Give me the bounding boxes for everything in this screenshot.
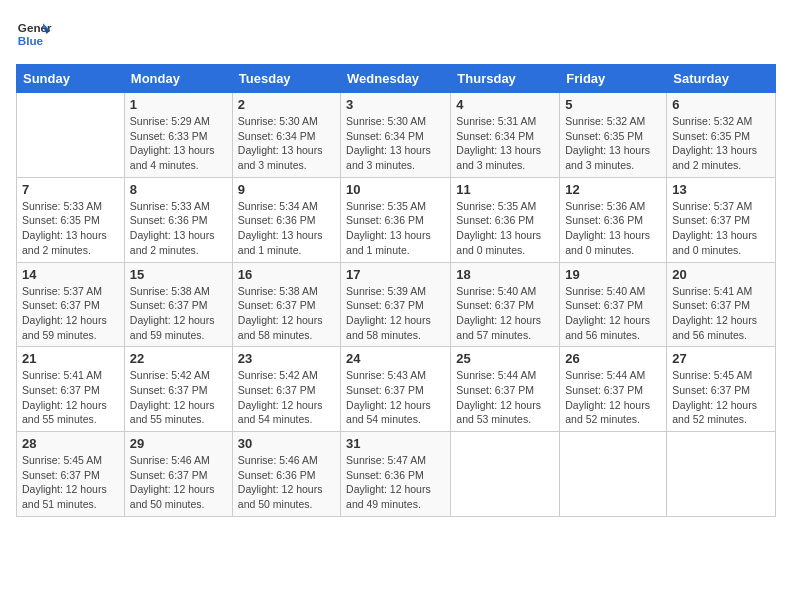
day-number: 14	[22, 267, 119, 282]
day-number: 21	[22, 351, 119, 366]
logo: General Blue	[16, 16, 52, 52]
day-info: Sunrise: 5:30 AM Sunset: 6:34 PM Dayligh…	[238, 114, 335, 173]
day-info: Sunrise: 5:35 AM Sunset: 6:36 PM Dayligh…	[346, 199, 445, 258]
calendar-cell	[451, 432, 560, 517]
day-info: Sunrise: 5:35 AM Sunset: 6:36 PM Dayligh…	[456, 199, 554, 258]
calendar-cell: 17Sunrise: 5:39 AM Sunset: 6:37 PM Dayli…	[341, 262, 451, 347]
day-number: 4	[456, 97, 554, 112]
day-info: Sunrise: 5:33 AM Sunset: 6:35 PM Dayligh…	[22, 199, 119, 258]
calendar-cell: 20Sunrise: 5:41 AM Sunset: 6:37 PM Dayli…	[667, 262, 776, 347]
calendar-cell	[17, 93, 125, 178]
day-number: 7	[22, 182, 119, 197]
calendar-cell: 14Sunrise: 5:37 AM Sunset: 6:37 PM Dayli…	[17, 262, 125, 347]
day-info: Sunrise: 5:42 AM Sunset: 6:37 PM Dayligh…	[130, 368, 227, 427]
day-info: Sunrise: 5:33 AM Sunset: 6:36 PM Dayligh…	[130, 199, 227, 258]
day-info: Sunrise: 5:43 AM Sunset: 6:37 PM Dayligh…	[346, 368, 445, 427]
day-number: 22	[130, 351, 227, 366]
day-info: Sunrise: 5:29 AM Sunset: 6:33 PM Dayligh…	[130, 114, 227, 173]
calendar-cell: 1Sunrise: 5:29 AM Sunset: 6:33 PM Daylig…	[124, 93, 232, 178]
calendar-cell: 10Sunrise: 5:35 AM Sunset: 6:36 PM Dayli…	[341, 177, 451, 262]
weekday-header-friday: Friday	[560, 65, 667, 93]
day-number: 9	[238, 182, 335, 197]
calendar-cell: 28Sunrise: 5:45 AM Sunset: 6:37 PM Dayli…	[17, 432, 125, 517]
day-number: 15	[130, 267, 227, 282]
day-number: 26	[565, 351, 661, 366]
day-number: 10	[346, 182, 445, 197]
calendar-cell: 25Sunrise: 5:44 AM Sunset: 6:37 PM Dayli…	[451, 347, 560, 432]
calendar-week-5: 28Sunrise: 5:45 AM Sunset: 6:37 PM Dayli…	[17, 432, 776, 517]
day-info: Sunrise: 5:30 AM Sunset: 6:34 PM Dayligh…	[346, 114, 445, 173]
day-number: 24	[346, 351, 445, 366]
calendar-cell: 27Sunrise: 5:45 AM Sunset: 6:37 PM Dayli…	[667, 347, 776, 432]
calendar-cell: 19Sunrise: 5:40 AM Sunset: 6:37 PM Dayli…	[560, 262, 667, 347]
day-number: 31	[346, 436, 445, 451]
day-info: Sunrise: 5:34 AM Sunset: 6:36 PM Dayligh…	[238, 199, 335, 258]
calendar-cell: 29Sunrise: 5:46 AM Sunset: 6:37 PM Dayli…	[124, 432, 232, 517]
weekday-header-thursday: Thursday	[451, 65, 560, 93]
calendar-cell: 8Sunrise: 5:33 AM Sunset: 6:36 PM Daylig…	[124, 177, 232, 262]
day-number: 1	[130, 97, 227, 112]
day-info: Sunrise: 5:31 AM Sunset: 6:34 PM Dayligh…	[456, 114, 554, 173]
day-number: 5	[565, 97, 661, 112]
calendar-cell: 7Sunrise: 5:33 AM Sunset: 6:35 PM Daylig…	[17, 177, 125, 262]
day-info: Sunrise: 5:42 AM Sunset: 6:37 PM Dayligh…	[238, 368, 335, 427]
calendar-cell: 13Sunrise: 5:37 AM Sunset: 6:37 PM Dayli…	[667, 177, 776, 262]
calendar-cell: 23Sunrise: 5:42 AM Sunset: 6:37 PM Dayli…	[232, 347, 340, 432]
day-info: Sunrise: 5:45 AM Sunset: 6:37 PM Dayligh…	[672, 368, 770, 427]
day-number: 16	[238, 267, 335, 282]
day-info: Sunrise: 5:41 AM Sunset: 6:37 PM Dayligh…	[22, 368, 119, 427]
calendar-table: SundayMondayTuesdayWednesdayThursdayFrid…	[16, 64, 776, 517]
day-info: Sunrise: 5:44 AM Sunset: 6:37 PM Dayligh…	[456, 368, 554, 427]
day-info: Sunrise: 5:41 AM Sunset: 6:37 PM Dayligh…	[672, 284, 770, 343]
calendar-cell: 30Sunrise: 5:46 AM Sunset: 6:36 PM Dayli…	[232, 432, 340, 517]
calendar-cell	[560, 432, 667, 517]
calendar-cell: 6Sunrise: 5:32 AM Sunset: 6:35 PM Daylig…	[667, 93, 776, 178]
logo-icon: General Blue	[16, 16, 52, 52]
calendar-week-3: 14Sunrise: 5:37 AM Sunset: 6:37 PM Dayli…	[17, 262, 776, 347]
calendar-cell: 11Sunrise: 5:35 AM Sunset: 6:36 PM Dayli…	[451, 177, 560, 262]
day-number: 3	[346, 97, 445, 112]
day-info: Sunrise: 5:38 AM Sunset: 6:37 PM Dayligh…	[238, 284, 335, 343]
day-number: 18	[456, 267, 554, 282]
weekday-header-wednesday: Wednesday	[341, 65, 451, 93]
calendar-cell: 24Sunrise: 5:43 AM Sunset: 6:37 PM Dayli…	[341, 347, 451, 432]
weekday-header-tuesday: Tuesday	[232, 65, 340, 93]
day-number: 20	[672, 267, 770, 282]
calendar-cell: 18Sunrise: 5:40 AM Sunset: 6:37 PM Dayli…	[451, 262, 560, 347]
calendar-cell: 5Sunrise: 5:32 AM Sunset: 6:35 PM Daylig…	[560, 93, 667, 178]
weekday-header-saturday: Saturday	[667, 65, 776, 93]
day-info: Sunrise: 5:40 AM Sunset: 6:37 PM Dayligh…	[456, 284, 554, 343]
day-info: Sunrise: 5:47 AM Sunset: 6:36 PM Dayligh…	[346, 453, 445, 512]
svg-text:Blue: Blue	[18, 34, 44, 47]
day-number: 19	[565, 267, 661, 282]
day-number: 30	[238, 436, 335, 451]
day-info: Sunrise: 5:37 AM Sunset: 6:37 PM Dayligh…	[672, 199, 770, 258]
day-info: Sunrise: 5:32 AM Sunset: 6:35 PM Dayligh…	[672, 114, 770, 173]
calendar-week-2: 7Sunrise: 5:33 AM Sunset: 6:35 PM Daylig…	[17, 177, 776, 262]
day-info: Sunrise: 5:46 AM Sunset: 6:37 PM Dayligh…	[130, 453, 227, 512]
day-info: Sunrise: 5:37 AM Sunset: 6:37 PM Dayligh…	[22, 284, 119, 343]
day-info: Sunrise: 5:45 AM Sunset: 6:37 PM Dayligh…	[22, 453, 119, 512]
day-number: 11	[456, 182, 554, 197]
day-number: 8	[130, 182, 227, 197]
day-info: Sunrise: 5:39 AM Sunset: 6:37 PM Dayligh…	[346, 284, 445, 343]
day-info: Sunrise: 5:36 AM Sunset: 6:36 PM Dayligh…	[565, 199, 661, 258]
calendar-cell: 31Sunrise: 5:47 AM Sunset: 6:36 PM Dayli…	[341, 432, 451, 517]
calendar-cell: 9Sunrise: 5:34 AM Sunset: 6:36 PM Daylig…	[232, 177, 340, 262]
day-info: Sunrise: 5:44 AM Sunset: 6:37 PM Dayligh…	[565, 368, 661, 427]
calendar-cell: 22Sunrise: 5:42 AM Sunset: 6:37 PM Dayli…	[124, 347, 232, 432]
weekday-header-row: SundayMondayTuesdayWednesdayThursdayFrid…	[17, 65, 776, 93]
calendar-cell: 21Sunrise: 5:41 AM Sunset: 6:37 PM Dayli…	[17, 347, 125, 432]
day-info: Sunrise: 5:38 AM Sunset: 6:37 PM Dayligh…	[130, 284, 227, 343]
day-info: Sunrise: 5:40 AM Sunset: 6:37 PM Dayligh…	[565, 284, 661, 343]
day-number: 29	[130, 436, 227, 451]
weekday-header-sunday: Sunday	[17, 65, 125, 93]
day-number: 2	[238, 97, 335, 112]
calendar-cell: 3Sunrise: 5:30 AM Sunset: 6:34 PM Daylig…	[341, 93, 451, 178]
day-number: 17	[346, 267, 445, 282]
calendar-cell: 4Sunrise: 5:31 AM Sunset: 6:34 PM Daylig…	[451, 93, 560, 178]
calendar-week-1: 1Sunrise: 5:29 AM Sunset: 6:33 PM Daylig…	[17, 93, 776, 178]
calendar-cell	[667, 432, 776, 517]
day-number: 6	[672, 97, 770, 112]
day-number: 23	[238, 351, 335, 366]
